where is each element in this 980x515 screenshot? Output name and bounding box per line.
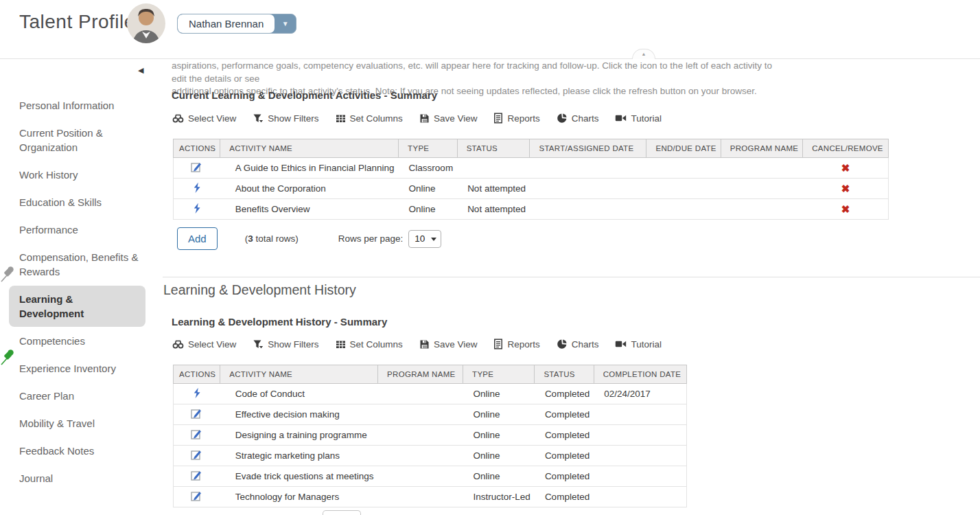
edit-action-icon[interactable] bbox=[191, 490, 202, 504]
remove-x-icon[interactable]: ✖ bbox=[841, 203, 850, 215]
program-name-cell bbox=[721, 199, 802, 220]
sidebar-item-personal-information[interactable]: Personal Information bbox=[9, 92, 145, 119]
column-header-action[interactable]: ACTIONS bbox=[174, 365, 220, 384]
lightning-action-icon[interactable] bbox=[192, 203, 202, 216]
toolbar-charts[interactable]: Charts bbox=[557, 339, 599, 350]
column-header-activity-name[interactable]: ACTIVITY NAME bbox=[220, 139, 399, 158]
table-row: A Guide to Ethics in Financial PlanningC… bbox=[174, 158, 889, 179]
completion-date-cell bbox=[594, 446, 686, 466]
end-due-date-cell bbox=[646, 179, 721, 199]
sidebar-item-mobility-travel[interactable]: Mobility & Travel bbox=[9, 410, 145, 437]
toolbar-show-filters[interactable]: Show Filters bbox=[253, 339, 318, 350]
action-cell bbox=[174, 158, 220, 179]
page-title: Talent Profile bbox=[19, 11, 135, 33]
column-header-action[interactable]: ACTIONS bbox=[174, 139, 220, 158]
sidebar-item-current-position-organization[interactable]: Current Position & Organization bbox=[9, 119, 145, 161]
edit-action-icon[interactable] bbox=[191, 161, 202, 175]
report-icon bbox=[493, 113, 503, 124]
history-toolbar: Select ViewShow FiltersSet ColumnsSave V… bbox=[172, 339, 662, 350]
sidebar-item-performance[interactable]: Performance bbox=[9, 216, 145, 243]
column-header-end-due-date[interactable]: END/DUE DATE bbox=[646, 139, 721, 158]
profile-dropdown-button[interactable]: ▼ bbox=[275, 14, 296, 33]
toolbar-label: Save View bbox=[434, 339, 478, 350]
table-row: Code of ConductOnlineCompleted02/24/2017 bbox=[174, 384, 687, 404]
column-header-status[interactable]: STATUS bbox=[457, 139, 530, 158]
column-header-program-name[interactable]: PROGRAM NAME bbox=[378, 365, 463, 384]
column-header-type[interactable]: TYPE bbox=[463, 365, 535, 384]
filter-icon bbox=[253, 113, 264, 124]
pin-icon-gray[interactable] bbox=[0, 265, 16, 286]
sidebar-item-compensation-benefits-rewards[interactable]: Compensation, Benefits & Rewards bbox=[9, 244, 145, 285]
activity-name-cell: Evade trick questions at meetings bbox=[220, 466, 378, 487]
grid-icon bbox=[336, 339, 346, 350]
toolbar-set-columns[interactable]: Set Columns bbox=[336, 113, 403, 124]
profile-selector[interactable]: Nathan Brennan ▼ bbox=[177, 14, 296, 34]
toolbar-set-columns[interactable]: Set Columns bbox=[336, 339, 403, 350]
rows-per-page-select[interactable]: 10 bbox=[408, 230, 441, 248]
chevron-down-icon: ▼ bbox=[282, 20, 289, 27]
sidebar-item-career-plan[interactable]: Career Plan bbox=[9, 382, 145, 409]
toolbar-label: Tutorial bbox=[631, 339, 662, 350]
completion-date-cell bbox=[594, 466, 686, 487]
avatar bbox=[126, 3, 166, 44]
section-divider bbox=[163, 277, 980, 277]
toolbar-show-filters[interactable]: Show Filters bbox=[253, 113, 318, 124]
toolbar-reports[interactable]: Reports bbox=[493, 113, 539, 124]
end-due-date-cell bbox=[646, 199, 721, 220]
activity-name-cell: About the Corporation bbox=[220, 179, 399, 199]
main-content: aspirations, performance goals, competen… bbox=[163, 59, 980, 515]
status-cell bbox=[457, 158, 530, 179]
toolbar-reports[interactable]: Reports bbox=[493, 339, 539, 350]
edit-action-icon[interactable] bbox=[191, 408, 202, 422]
column-header-program-name[interactable]: PROGRAM NAME bbox=[721, 139, 802, 158]
sidebar-item-education-skills[interactable]: Education & Skills bbox=[9, 189, 145, 216]
column-header-completion-date[interactable]: COMPLETION DATE bbox=[594, 365, 686, 384]
column-header-type[interactable]: TYPE bbox=[399, 139, 458, 158]
sidebar-collapse-button[interactable]: ◀ bbox=[138, 66, 143, 75]
toolbar-tutorial[interactable]: Tutorial bbox=[615, 113, 662, 124]
pie-chart-icon bbox=[557, 339, 568, 350]
edit-action-icon[interactable] bbox=[191, 449, 202, 463]
completion-date-cell bbox=[594, 404, 686, 425]
sidebar-item-journal[interactable]: Journal bbox=[9, 465, 145, 492]
current-activities-toolbar: Select ViewShow FiltersSet ColumnsSave V… bbox=[172, 113, 662, 124]
toolbar-label: Tutorial bbox=[631, 113, 662, 124]
action-cell bbox=[174, 466, 220, 487]
edit-action-icon[interactable] bbox=[191, 428, 202, 442]
toolbar-label: Select View bbox=[188, 339, 236, 350]
pin-icon-green[interactable] bbox=[0, 348, 16, 369]
action-cell bbox=[174, 384, 220, 404]
lightning-action-icon[interactable] bbox=[192, 182, 202, 196]
toolbar-charts[interactable]: Charts bbox=[557, 113, 599, 124]
remove-x-icon[interactable]: ✖ bbox=[841, 162, 850, 174]
toolbar-save-view[interactable]: Save View bbox=[419, 113, 478, 124]
remove-x-icon[interactable]: ✖ bbox=[841, 183, 850, 194]
pager-button-partial[interactable] bbox=[323, 510, 361, 515]
toolbar-label: Set Columns bbox=[350, 113, 403, 124]
current-activities-footer: Add (3 total rows) Rows per page: 10 bbox=[177, 227, 441, 250]
collapse-panel-button[interactable]: ▲ bbox=[632, 49, 655, 59]
status-cell: Completed bbox=[535, 404, 594, 425]
add-button[interactable]: Add bbox=[177, 227, 218, 250]
program-name-cell bbox=[378, 466, 463, 487]
table-header-row: ACTIONSACTIVITY NAMETYPESTATUSSTART/ASSI… bbox=[174, 139, 889, 158]
history-heading: Learning & Development History - Summary bbox=[172, 316, 387, 328]
column-header-status[interactable]: STATUS bbox=[535, 365, 594, 384]
total-rows-text: (3 total rows) bbox=[245, 233, 299, 244]
toolbar-tutorial[interactable]: Tutorial bbox=[615, 339, 662, 350]
column-header-start-assigned-date[interactable]: START/ASSIGNED DATE bbox=[530, 139, 646, 158]
toolbar-select-view[interactable]: Select View bbox=[172, 113, 236, 124]
filter-icon bbox=[253, 339, 264, 350]
lightning-action-icon[interactable] bbox=[192, 387, 202, 401]
column-header-activity-name[interactable]: ACTIVITY NAME bbox=[220, 365, 378, 384]
toolbar-label: Select View bbox=[188, 113, 236, 124]
sidebar-item-work-history[interactable]: Work History bbox=[9, 161, 145, 188]
edit-action-icon[interactable] bbox=[191, 470, 202, 483]
sidebar-item-feedback-notes[interactable]: Feedback Notes bbox=[9, 437, 145, 464]
sidebar-item-experience-inventory[interactable]: Experience Inventory bbox=[9, 355, 145, 382]
toolbar-save-view[interactable]: Save View bbox=[419, 339, 478, 350]
column-header-cancel-remove[interactable]: CANCEL/REMOVE bbox=[803, 139, 889, 158]
toolbar-select-view[interactable]: Select View bbox=[172, 339, 236, 350]
sidebar-item-competencies[interactable]: Competencies bbox=[9, 328, 145, 354]
sidebar-item-learning-development[interactable]: Learning & Development bbox=[9, 286, 145, 327]
